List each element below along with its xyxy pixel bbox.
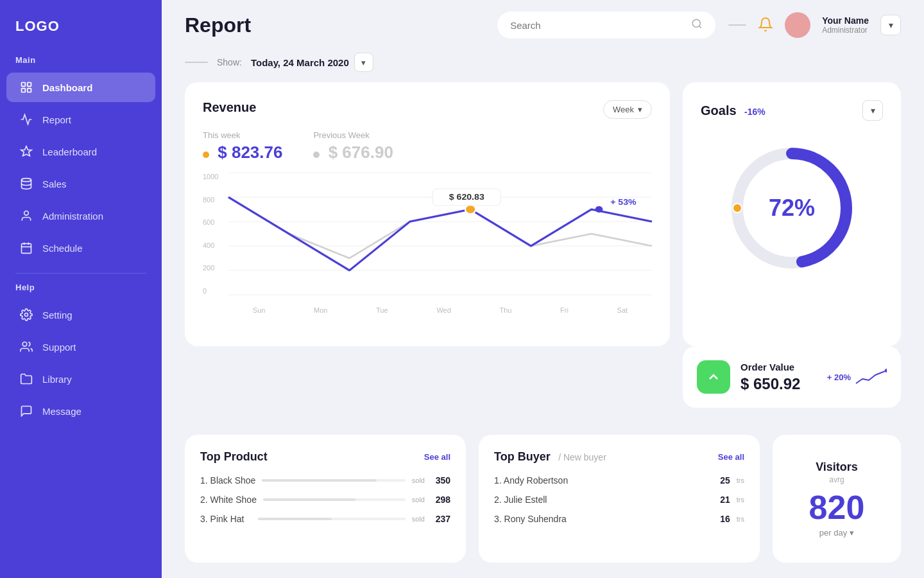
svg-rect-0: [22, 83, 26, 87]
chevron-down-icon: ▾: [850, 528, 854, 538]
user-info: Your Name Administrator: [822, 15, 869, 35]
revenue-card: Revenue Week ▾ This week $ 823.76 Previo…: [185, 82, 670, 346]
top-buyer-header: Top Buyer / New buyer See all: [494, 450, 744, 464]
gear-icon: [19, 308, 33, 322]
dot-prev: [313, 152, 320, 158]
sidebar-item-label-report: Report: [42, 114, 71, 125]
order-info: Order Value $ 650.92: [740, 362, 817, 393]
sidebar-item-setting[interactable]: Setting: [6, 300, 155, 329]
svg-point-20: [465, 205, 476, 214]
svg-point-24: [595, 206, 603, 213]
svg-point-4: [22, 179, 31, 182]
section-label-help: Help: [0, 283, 162, 299]
sidebar-item-label-leaderboard: Leaderboard: [42, 146, 97, 157]
user-name: Your Name: [822, 15, 869, 26]
sidebar: LOGO Main Dashboard Report Leaderboard S…: [0, 0, 162, 578]
buyer-count-1: 25: [720, 475, 730, 486]
top-product-card: Top Product See all 1. Black Shoe sold 3…: [185, 435, 466, 563]
week-selector-label: Week: [613, 105, 634, 114]
top-product-see-all[interactable]: See all: [424, 452, 450, 462]
date-selector-button[interactable]: ▾: [354, 53, 373, 72]
buyer-row-1: 1. Andy Robertson 25 trs: [494, 475, 744, 486]
sidebar-item-label-dashboard: Dashboard: [42, 82, 92, 93]
top-product-header: Top Product See all: [200, 450, 450, 464]
sidebar-item-label-administration: Administration: [42, 211, 103, 222]
search-icon: [691, 18, 703, 32]
user-dropdown-button[interactable]: ▾: [880, 15, 901, 35]
svg-point-5: [24, 211, 29, 216]
bottom-row: Top Product See all 1. Black Shoe sold 3…: [185, 435, 901, 563]
svg-rect-2: [22, 89, 26, 92]
product-bar-3: [258, 518, 332, 520]
goals-dropdown-button[interactable]: ▾: [862, 100, 883, 121]
sidebar-item-leaderboard[interactable]: Leaderboard: [6, 137, 155, 166]
donut-chart: 72%: [701, 131, 883, 285]
date-filter-label: Show:: [217, 57, 242, 67]
sidebar-item-library[interactable]: Library: [6, 364, 155, 394]
buyer-rank-1: 1. Andy Robertson: [494, 475, 714, 486]
svg-point-10: [25, 313, 28, 317]
notification-button[interactable]: [758, 17, 773, 34]
product-rank-1: 1. Black Shoe: [200, 475, 255, 486]
svg-rect-6: [22, 243, 31, 253]
visitors-per-day[interactable]: per day ▾: [819, 528, 854, 538]
svg-rect-3: [28, 89, 31, 92]
logo: LOGO: [0, 0, 162, 55]
sidebar-item-schedule[interactable]: Schedule: [6, 233, 155, 263]
date-selector[interactable]: Today, 24 March 2020 ▾: [251, 53, 373, 72]
product-rank-2: 2. White Shoe: [200, 495, 257, 505]
header-divider-line: [728, 24, 746, 26]
sidebar-item-dashboard[interactable]: Dashboard: [6, 73, 155, 102]
svg-text:+ 53%: + 53%: [610, 198, 637, 207]
sidebar-item-label-setting: Setting: [42, 310, 73, 320]
product-sold-count-3: 237: [431, 514, 450, 524]
buyer-unit-2: trs: [737, 496, 744, 504]
sidebar-divider: [15, 273, 146, 274]
chart-x-labels: Sun Mon Tue Wed Thu Fri Sat: [228, 306, 652, 314]
product-bar-wrap-1: [262, 479, 405, 482]
search-input[interactable]: [510, 20, 685, 31]
revenue-title: Revenue: [203, 100, 256, 115]
svg-text:72%: 72%: [769, 195, 815, 221]
visitors-title: Visitors: [816, 460, 858, 474]
product-row-3: 3. Pink Hat sold 237: [200, 514, 450, 524]
product-bar-wrap-3: [258, 518, 406, 520]
date-selector-value: Today, 24 March 2020: [251, 57, 349, 68]
chevron-down-icon: ▾: [638, 105, 642, 114]
revenue-prev-week: Previous Week $ 676.90: [313, 130, 393, 162]
grid-icon: [19, 80, 33, 94]
prev-week-amount: $ 676.90: [313, 143, 393, 162]
goals-card: Goals -16% ▾ 72%: [683, 82, 901, 346]
top-buyer-subtitle: / New buyer: [558, 452, 606, 462]
svg-point-12: [692, 19, 700, 27]
top-product-title: Top Product: [200, 450, 268, 464]
sidebar-item-sales[interactable]: Sales: [6, 169, 155, 198]
prev-week-label: Previous Week: [313, 130, 393, 140]
search-bar[interactable]: [497, 12, 715, 39]
folder-icon: [19, 372, 33, 386]
buyer-count-2: 21: [720, 495, 730, 505]
svg-rect-1: [28, 83, 31, 87]
visitors-card: Visitors avrg 820 per day ▾: [773, 435, 901, 563]
visitors-count: 820: [809, 491, 865, 524]
this-week-label: This week: [203, 130, 282, 140]
order-trend-text: + 20%: [827, 372, 851, 382]
svg-line-13: [699, 26, 701, 28]
top-buyer-see-all[interactable]: See all: [718, 452, 744, 462]
svg-text:$ 620.83: $ 620.83: [449, 193, 484, 202]
sidebar-item-message[interactable]: Message: [6, 396, 155, 426]
sidebar-item-report[interactable]: Report: [6, 105, 155, 134]
buyer-unit-1: trs: [737, 477, 744, 484]
dot-current: [203, 152, 209, 158]
goals-badge: -16%: [744, 107, 766, 117]
sidebar-item-support[interactable]: Support: [6, 332, 155, 362]
product-sold-count-1: 350: [431, 475, 450, 486]
svg-point-11: [22, 342, 27, 347]
sidebar-item-label-sales: Sales: [42, 179, 67, 189]
sidebar-item-administration[interactable]: Administration: [6, 201, 155, 231]
revenue-header: Revenue Week ▾: [203, 100, 652, 119]
user-role: Administrator: [822, 26, 869, 35]
week-selector[interactable]: Week ▾: [603, 100, 652, 119]
top-buyer-card: Top Buyer / New buyer See all 1. Andy Ro…: [479, 435, 760, 563]
visitors-sublabel: avrg: [829, 475, 844, 484]
